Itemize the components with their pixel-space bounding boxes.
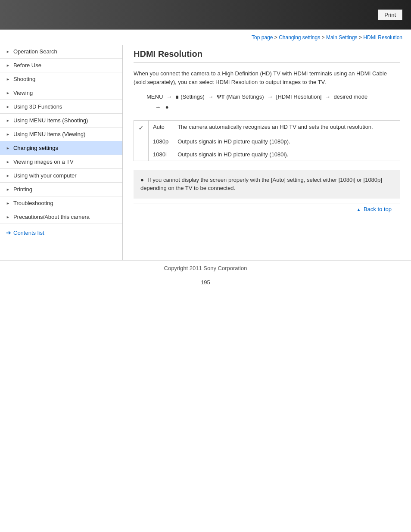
- arrow-icon: ►: [6, 63, 10, 68]
- copyright-text: Copyright 2011 Sony Corporation: [164, 265, 247, 271]
- sidebar-item-label: Printing: [13, 186, 32, 193]
- sidebar-item-label: Operation Search: [13, 48, 57, 55]
- breadcrumb: Top page > Changing settings > Main Sett…: [0, 30, 411, 45]
- sidebar-item-precautions[interactable]: ► Precautions/About this camera: [0, 210, 122, 224]
- arrow-icon: →: [166, 93, 174, 100]
- arrow-icon: ►: [6, 160, 10, 164]
- arrow-icon: →: [325, 93, 332, 100]
- print-button[interactable]: Print: [378, 9, 402, 20]
- arrow-icon: ►: [6, 118, 10, 123]
- sidebar-item-viewing-tv[interactable]: ► Viewing images on a TV: [0, 155, 122, 169]
- breadcrumb-top-page[interactable]: Top page: [252, 34, 273, 40]
- arrow-icon: ►: [6, 215, 10, 219]
- page-number: 195: [0, 276, 411, 289]
- sidebar-item-label: Viewing: [13, 90, 33, 96]
- hdmi-resolution-label: [HDMI Resolution]: [276, 93, 323, 100]
- sidebar-item-before-use[interactable]: ► Before Use: [0, 59, 122, 72]
- sidebar-item-viewing[interactable]: ► Viewing: [0, 86, 122, 100]
- table-row: 1080i Outputs signals in HD picture qual…: [134, 148, 400, 161]
- sidebar-item-operation-search[interactable]: ► Operation Search: [0, 45, 122, 59]
- breadcrumb-hdmi-resolution[interactable]: HDMI Resolution: [363, 34, 402, 40]
- contents-list-link[interactable]: Contents list: [13, 230, 44, 236]
- arrow-icon: ►: [6, 105, 10, 109]
- bottom-bar: ▲ Back to top: [134, 203, 400, 215]
- description-cell: Outputs signals in HD picture quality (1…: [173, 148, 400, 161]
- menu-path: MENU → ∎ (Settings) → ΨT (Main Settings)…: [146, 91, 400, 112]
- sidebar-item-label: Using 3D Functions: [13, 103, 62, 110]
- content-layout: ► Operation Search ► Before Use ► Shooti…: [0, 45, 411, 260]
- header: Print: [0, 0, 411, 30]
- intro-text: When you connect the camera to a High De…: [134, 69, 400, 86]
- check-cell: [134, 148, 149, 161]
- arrow-icon: ►: [6, 187, 10, 192]
- menu-text: MENU: [146, 93, 163, 100]
- arrow-icon: ►: [6, 132, 10, 137]
- table-row: 1080p Outputs signals in HD picture qual…: [134, 135, 400, 148]
- mode-cell: 1080p: [149, 135, 173, 148]
- sidebar-item-computer[interactable]: ► Using with your computer: [0, 169, 122, 183]
- triangle-up-icon: ▲: [356, 207, 361, 212]
- sidebar-footer: ➔ Contents list: [0, 224, 122, 241]
- sidebar-item-menu-shooting[interactable]: ► Using MENU items (Shooting): [0, 114, 122, 128]
- mode-cell: 1080i: [149, 148, 173, 161]
- checkmark-icon: ✓: [138, 124, 144, 131]
- sidebar-item-label: Using MENU items (Shooting): [13, 117, 88, 124]
- sidebar-item-label: Using with your computer: [13, 172, 77, 179]
- table-row: ✓ Auto The camera automatically recogniz…: [134, 120, 400, 135]
- arrow-icon: ►: [6, 201, 10, 205]
- arrow-icon: →: [208, 93, 215, 100]
- settings-label: (Settings): [181, 93, 206, 100]
- sidebar-item-printing[interactable]: ► Printing: [0, 183, 122, 196]
- arrow-icon: ►: [6, 77, 10, 81]
- note-text: If you cannot display the screen properl…: [140, 177, 382, 192]
- arrow-icon: ►: [6, 91, 10, 95]
- sidebar-item-label: Viewing images on a TV: [13, 159, 74, 165]
- second-line: → ●: [155, 104, 169, 110]
- back-to-top-label: Back to top: [364, 206, 392, 212]
- main-content: HDMI Resolution When you connect the cam…: [123, 45, 411, 260]
- contents-list-arrow-icon: ➔: [6, 229, 11, 236]
- sidebar-item-label: Before Use: [13, 62, 41, 68]
- arrow-icon: ►: [6, 50, 10, 54]
- sidebar-item-menu-viewing[interactable]: ► Using MENU items (Viewing): [0, 128, 122, 141]
- sidebar-item-label: Using MENU items (Viewing): [13, 131, 85, 137]
- note-box: ● If you cannot display the screen prope…: [134, 170, 400, 199]
- sidebar-item-shooting[interactable]: ► Shooting: [0, 72, 122, 86]
- check-cell: [134, 135, 149, 148]
- sidebar-item-label: Troubleshooting: [13, 200, 53, 206]
- sidebar-item-label: Shooting: [13, 76, 35, 82]
- sidebar-item-3d-functions[interactable]: ► Using 3D Functions: [0, 100, 122, 114]
- arrow-icon: ►: [6, 146, 10, 150]
- settings-icon: ∎: [175, 93, 179, 100]
- description-cell: The camera automatically recognizes an H…: [173, 120, 400, 135]
- sidebar-item-label: Precautions/About this camera: [13, 214, 90, 220]
- main-settings-icon: ΨT: [217, 93, 224, 100]
- breadcrumb-main-settings[interactable]: Main Settings: [326, 34, 358, 40]
- description-cell: Outputs signals in HD picture quality (1…: [173, 135, 400, 148]
- back-to-top-link[interactable]: ▲ Back to top: [356, 206, 392, 212]
- check-cell: ✓: [134, 120, 149, 135]
- footer: Copyright 2011 Sony Corporation: [0, 260, 411, 276]
- bullet-icon: ●: [140, 177, 144, 183]
- sidebar-item-troubleshooting[interactable]: ► Troubleshooting: [0, 196, 122, 210]
- sidebar-item-changing-settings[interactable]: ► Changing settings: [0, 141, 122, 155]
- main-settings-label: (Main Settings): [226, 93, 265, 100]
- arrow-icon: →: [267, 93, 274, 100]
- settings-table: ✓ Auto The camera automatically recogniz…: [134, 120, 400, 161]
- desired-mode-label: desired mode: [334, 93, 368, 100]
- arrow-icon: ►: [6, 174, 10, 178]
- sidebar-item-label: Changing settings: [13, 145, 58, 151]
- mode-cell: Auto: [149, 120, 173, 135]
- breadcrumb-changing-settings[interactable]: Changing settings: [279, 34, 320, 40]
- sidebar: ► Operation Search ► Before Use ► Shooti…: [0, 45, 123, 260]
- page-title: HDMI Resolution: [134, 49, 400, 63]
